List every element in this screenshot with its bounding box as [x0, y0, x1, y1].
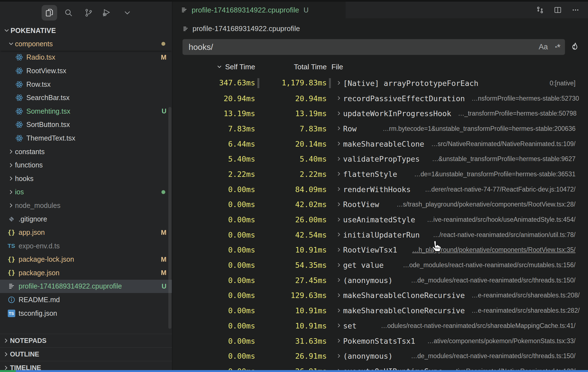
expand-chevron-icon[interactable] [336, 307, 343, 314]
file-location-link[interactable]: …h_playground/pokenative/components/Root… [405, 246, 576, 254]
explorer-view-icon[interactable] [42, 5, 57, 21]
file-location-link[interactable]: …src/NativeReanimated/NativeReanimated.t… [425, 140, 576, 148]
expand-chevron-icon[interactable] [336, 262, 343, 269]
file-location-link[interactable]: …de=1&unstable_transformProfile=hermes-s… [407, 170, 576, 178]
expand-chevron-icon[interactable] [336, 156, 343, 162]
expand-chevron-icon[interactable] [336, 95, 343, 102]
tree-item[interactable]: Row.tsx [0, 78, 172, 91]
profile-row[interactable]: 0.00ms 10.91ms set …odules/react-native-… [173, 318, 588, 333]
file-location-link[interactable]: …ative/components/pokemon/PokemonStats.t… [421, 337, 576, 345]
more-actions-icon[interactable] [571, 5, 580, 15]
profile-row[interactable]: 0.00ms 42.02ms RootView …s/trash_playgro… [173, 197, 588, 212]
tree-item[interactable]: hooks [0, 172, 172, 185]
match-case-icon[interactable]: Aa [539, 43, 548, 51]
tree-item[interactable]: Radio.tsx M [0, 51, 172, 64]
project-root-header[interactable]: POKENATIVE [0, 24, 172, 37]
profile-row[interactable]: 0.00ms 26.91ms (anonymous) …de_modules/r… [173, 348, 588, 364]
tree-item[interactable]: SearchBar.tsx [0, 91, 172, 105]
tree-item[interactable]: RootView.tsx [0, 64, 172, 78]
file-location-link[interactable]: …&unstable_transformProfile=hermes-stabl… [425, 155, 576, 163]
run-debug-view-icon[interactable] [98, 5, 114, 21]
remote-indicator[interactable] [0, 370, 16, 372]
editor-tab[interactable]: profile-1741689314922.cpuprofile U [173, 2, 346, 18]
status-bar[interactable] [0, 370, 588, 372]
tree-item[interactable]: components [0, 37, 172, 51]
expand-chevron-icon[interactable] [336, 368, 343, 370]
expand-chevron-icon[interactable] [336, 231, 343, 238]
profile-row[interactable]: 2.22ms 2.22ms flattenStyle …de=1&unstabl… [173, 167, 588, 182]
tree-item[interactable]: constants [0, 145, 172, 159]
profile-row[interactable]: 0.00ms 26.00ms useAnimatedStyle …ive-rea… [173, 212, 588, 227]
file-location-link[interactable]: …e-reanimated/src/shareables.ts:208/ [465, 292, 580, 299]
tree-item[interactable]: {} app.json M [0, 226, 172, 239]
tree-item[interactable]: README.md [0, 293, 172, 307]
file-location-link[interactable]: …ive-reanimated/src/hook/useAnimatedStyl… [420, 216, 576, 223]
expand-chevron-icon[interactable] [336, 186, 343, 193]
expand-chevron-icon[interactable] [336, 216, 343, 223]
tree-item[interactable]: functions [0, 158, 172, 172]
sidebar-section-header[interactable]: NOTEPADS [0, 334, 172, 347]
filter-input[interactable] [183, 39, 565, 55]
more-views-chevron-icon[interactable] [120, 5, 135, 21]
profile-row[interactable]: 0.00ms 31.63ms PokemonStatsTsx1 …ative/c… [173, 333, 588, 349]
tree-item[interactable]: node_modules [0, 199, 172, 212]
regex-icon[interactable]: ▪* [555, 42, 561, 53]
profile-row[interactable]: 0.00ms 26.91ms executeOnUIRuntimeSync …t… [173, 364, 588, 370]
column-header-total-time[interactable]: Total Time [255, 63, 327, 71]
tree-item[interactable]: TS tsconfig.json [0, 307, 172, 320]
profile-row[interactable]: 0.00ms 129.63ms makeShareableCloneRecurs… [173, 288, 588, 303]
file-location-link[interactable]: …e-reanimated/src/shareables.ts:282/ [465, 307, 580, 314]
file-location-link[interactable]: …_transformProfile=hermes-stable:50798 [451, 110, 577, 117]
tree-item[interactable]: SortButton.tsx [0, 118, 172, 132]
split-editor-icon[interactable] [553, 5, 562, 15]
tree-item[interactable]: {} package.json M [0, 266, 172, 280]
tree-item[interactable]: {} package-lock.json M [0, 253, 172, 266]
file-location-link[interactable]: …rm.bytecode=1&unstable_transformProfile… [376, 125, 576, 133]
profile-row[interactable]: 0.00ms 10.91ms makeShareableCloneRecursi… [173, 303, 588, 318]
column-header-self-time[interactable]: Self Time [173, 63, 255, 71]
expand-chevron-icon[interactable] [336, 141, 343, 147]
profile-row[interactable]: 0.00ms 42.54ms initialUpdaterRun …/react… [173, 227, 588, 243]
expand-chevron-icon[interactable] [336, 247, 343, 253]
tree-item[interactable]: ThemedText.tsx [0, 131, 172, 145]
file-location-link[interactable]: …derer/react-native-74-77/ReactFabric-de… [418, 186, 576, 193]
file-location-link[interactable]: …de_modules/react-native-reanimated/src/… [404, 352, 576, 360]
profile-row[interactable]: 6.44ms 20.14ms makeShareableClone …src/N… [173, 136, 588, 152]
tree-item[interactable]: Somehting.tsx U [0, 105, 172, 118]
file-location-link[interactable]: …nsformProfile=hermes-stable:52730 [465, 95, 579, 102]
tree-item[interactable]: profile-1741689314922.cpuprofile U [0, 280, 172, 293]
expand-chevron-icon[interactable] [336, 201, 343, 208]
file-location-link[interactable]: 0:[native] [543, 80, 576, 87]
expand-chevron-icon[interactable] [336, 322, 343, 329]
search-view-icon[interactable] [61, 5, 76, 21]
sidebar-scrollbar[interactable] [168, 107, 171, 329]
column-header-file[interactable]: File [327, 63, 588, 71]
expand-chevron-icon[interactable] [336, 171, 343, 177]
expand-chevron-icon[interactable] [336, 80, 343, 86]
file-location-link[interactable]: …/react-native-reanimated/src/animation/… [426, 231, 576, 239]
flame-graph-icon[interactable] [569, 41, 582, 53]
source-control-view-icon[interactable] [81, 5, 96, 21]
profile-row[interactable]: 0.00ms 10.91ms RootViewTsx1 …h_playgroun… [173, 243, 588, 258]
expand-chevron-icon[interactable] [336, 125, 343, 132]
sidebar-section-header[interactable]: OUTLINE [0, 347, 172, 361]
sidebar-section-header[interactable]: TIMELINE [0, 361, 172, 370]
expand-chevron-icon[interactable] [336, 110, 343, 117]
profile-row[interactable]: 0.00ms 27.45ms (anonymous) …de_modules/r… [173, 273, 588, 288]
expand-chevron-icon[interactable] [336, 277, 343, 284]
breadcrumb[interactable]: profile-1741689314922.cpuprofile [173, 18, 588, 39]
profile-row[interactable]: 347.63ms 1,179.83ms [Native] arrayProtot… [173, 76, 588, 91]
tree-item[interactable]: ios [0, 185, 172, 199]
profile-row[interactable]: 0.00ms 54.35ms get value …ode_modules/re… [173, 258, 588, 273]
tree-item[interactable]: .gitignore [0, 212, 172, 226]
expand-chevron-icon[interactable] [336, 353, 343, 360]
expand-chevron-icon[interactable] [336, 292, 343, 299]
file-location-link[interactable]: …tiveReanimated/NativeReanimated.ts:123/ [443, 368, 576, 370]
file-location-link[interactable]: …de_modules/react-native-reanimated/src/… [404, 277, 576, 284]
open-changes-icon[interactable] [535, 5, 545, 15]
file-location-link[interactable]: …odules/react-native-reanimated/src/shar… [374, 322, 576, 330]
file-location-link[interactable]: …ode_modules/react-native-reanimated/src… [396, 261, 576, 269]
profile-row[interactable]: 7.83ms 7.83ms Row …rm.bytecode=1&unstabl… [173, 121, 588, 136]
profile-row[interactable]: 13.19ms 13.19ms updateWorkInProgressHook… [173, 106, 588, 121]
expand-chevron-icon[interactable] [336, 338, 343, 344]
